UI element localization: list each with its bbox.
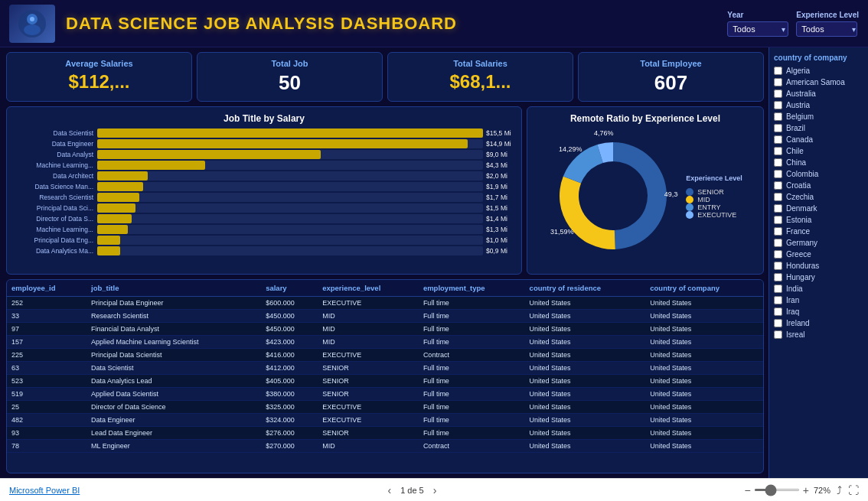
legend-label: SENIOR <box>697 188 724 196</box>
kpi-label-1: Total Job <box>205 59 374 68</box>
country-checkbox-item[interactable]: Austria <box>774 101 863 109</box>
country-checkbox-item[interactable]: Canada <box>774 135 863 144</box>
country-checkbox-item[interactable]: Ireland <box>774 319 863 327</box>
year-select[interactable]: Todos <box>727 21 788 37</box>
country-checkbox[interactable] <box>774 227 782 236</box>
country-checkbox-item[interactable]: Croatia <box>774 181 863 190</box>
country-checkbox[interactable] <box>774 78 782 86</box>
country-checkbox[interactable] <box>774 181 782 190</box>
country-checkbox-item[interactable]: Isreal <box>774 330 863 339</box>
country-label: Denmark <box>786 204 817 213</box>
table-cell: Applied Machine Learning Scientist <box>86 336 261 349</box>
country-checkbox[interactable] <box>774 135 782 144</box>
country-label: Australia <box>786 89 816 98</box>
country-checkbox[interactable] <box>774 273 782 281</box>
next-page-button[interactable]: › <box>430 484 440 496</box>
donut-segment <box>560 176 615 249</box>
country-checkbox[interactable] <box>774 285 782 293</box>
country-checkbox[interactable] <box>774 193 782 201</box>
country-label: Austria <box>786 101 810 109</box>
experience-select[interactable]: Todos <box>796 21 857 37</box>
fullscreen-button[interactable]: ⛶ <box>848 484 859 496</box>
table-cell: $325.000 <box>261 401 318 414</box>
country-checkbox-item[interactable]: Belgium <box>774 112 863 121</box>
country-checkbox-item[interactable]: Hungary <box>774 273 863 281</box>
bar-fill <box>97 214 132 223</box>
country-checkbox-item[interactable]: Iraq <box>774 307 863 316</box>
country-label: India <box>786 285 803 293</box>
country-checkbox-item[interactable]: Algeria <box>774 67 863 75</box>
country-checkbox[interactable] <box>774 296 782 304</box>
country-checkbox-item[interactable]: American Samoa <box>774 78 863 86</box>
country-checkbox-item[interactable]: Honduras <box>774 262 863 270</box>
svg-point-2 <box>24 24 41 35</box>
zoom-minus[interactable]: − <box>745 484 751 496</box>
country-checkbox[interactable] <box>774 319 782 327</box>
legend-item: MID <box>686 196 742 203</box>
legend-label: EXECUTIVE <box>697 211 736 219</box>
country-checkbox[interactable] <box>774 124 782 132</box>
country-checkbox[interactable] <box>774 262 782 270</box>
country-checkbox-item[interactable]: France <box>774 227 863 236</box>
bar-label: Data Science Man... <box>13 183 97 190</box>
table-cell: United States <box>645 375 763 388</box>
share-button[interactable]: ⤴ <box>837 484 842 496</box>
bar-label: Data Analytics Ma... <box>13 247 97 255</box>
table-cell: Full time <box>419 427 525 440</box>
country-checkbox-item[interactable]: Greece <box>774 250 863 259</box>
zoom-slider[interactable] <box>754 489 800 491</box>
kpi-label-0: Average Salaries <box>15 59 184 68</box>
country-checkbox-item[interactable]: Australia <box>774 89 863 98</box>
table-row: 25Director of Data Science$325.000EXECUT… <box>7 401 763 414</box>
table-cell: Full time <box>419 388 525 401</box>
table-cell: $416.000 <box>261 349 318 362</box>
country-checkbox-item[interactable]: Denmark <box>774 204 863 213</box>
zoom-plus[interactable]: + <box>803 484 809 496</box>
table-cell: EXECUTIVE <box>318 401 419 414</box>
powerbi-link[interactable]: Microsoft Power BI <box>9 486 80 495</box>
table-cell: $450.000 <box>261 323 318 336</box>
bar-value: $1,0 Mi <box>486 236 515 244</box>
bar-track <box>97 171 483 181</box>
country-checkbox[interactable] <box>774 101 782 109</box>
country-checkbox[interactable] <box>774 204 782 213</box>
table-cell: United States <box>645 414 763 427</box>
country-checkbox[interactable] <box>774 239 782 247</box>
country-checkbox[interactable] <box>774 307 782 316</box>
country-label: Germany <box>786 239 817 247</box>
country-checkbox[interactable] <box>774 67 782 75</box>
donut-label: 4,76% <box>594 131 614 137</box>
prev-page-button[interactable]: ‹ <box>384 484 394 496</box>
country-checkbox[interactable] <box>774 330 782 339</box>
country-checkbox[interactable] <box>774 158 782 167</box>
country-checkbox[interactable] <box>774 112 782 121</box>
bar-track <box>97 246 483 255</box>
table-cell: Lead Data Engineer <box>86 427 261 440</box>
table-cell: United States <box>525 323 646 336</box>
country-checkbox[interactable] <box>774 170 782 178</box>
country-checkbox-item[interactable]: Germany <box>774 239 863 247</box>
bar-fill <box>97 129 483 138</box>
country-label: Iraq <box>786 307 799 316</box>
country-checkbox[interactable] <box>774 250 782 259</box>
country-checkbox[interactable] <box>774 216 782 224</box>
country-checkbox-item[interactable]: Colombia <box>774 170 863 178</box>
country-checkbox[interactable] <box>774 147 782 155</box>
table-cell: United States <box>645 310 763 323</box>
table-column-header: job_title <box>86 280 261 297</box>
bar-fill <box>97 246 120 255</box>
country-checkbox-item[interactable]: China <box>774 158 863 167</box>
country-checkbox-item[interactable]: India <box>774 285 863 293</box>
country-checkbox-item[interactable]: Chile <box>774 147 863 155</box>
table-cell: $276.000 <box>261 427 318 440</box>
table-cell: United States <box>525 427 646 440</box>
bar-chart: Job Title by Salary Data Scientist $15,5… <box>6 106 522 275</box>
country-checkbox[interactable] <box>774 89 782 98</box>
country-checkbox-item[interactable]: Iran <box>774 296 863 304</box>
country-checkbox-item[interactable]: Brazil <box>774 124 863 132</box>
bar-fill <box>97 150 321 159</box>
bar-row: Data Architect $2,0 Mi <box>13 171 515 181</box>
table-scroll[interactable]: employee_idjob_titlesalaryexperience_lev… <box>7 280 763 473</box>
country-checkbox-item[interactable]: Estonia <box>774 216 863 224</box>
country-checkbox-item[interactable]: Czechia <box>774 193 863 201</box>
